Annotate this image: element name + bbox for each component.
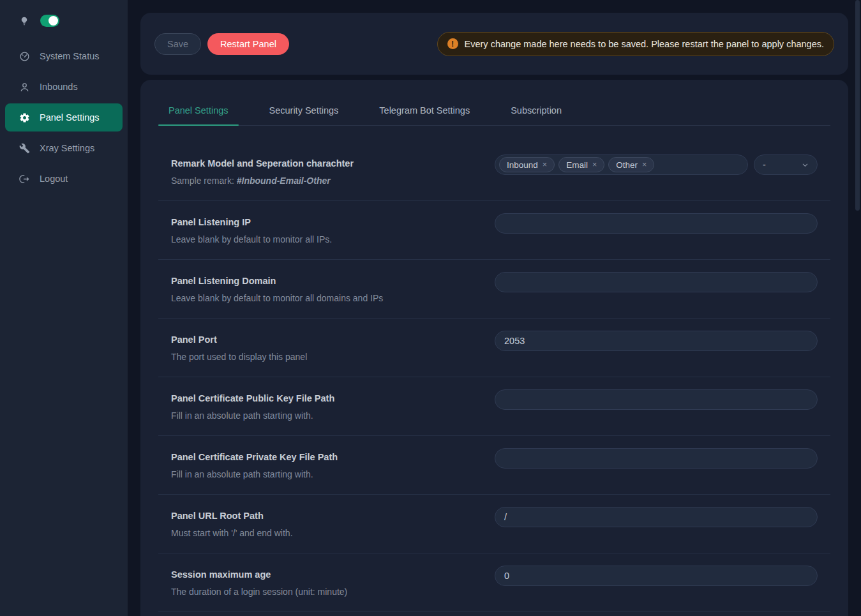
form-row-panel-listening-domain: Panel Listening Domain Leave blank by de…	[158, 260, 830, 319]
sample-remark-text: #Inbound-Email-Other	[237, 176, 331, 186]
row-control	[495, 566, 818, 586]
sidebar-item-label: Logout	[40, 174, 68, 184]
row-label: Panel Certificate Public Key File Path F…	[158, 391, 470, 422]
sidebar-item-system-status[interactable]: System Status	[0, 41, 128, 71]
save-warning-alert: ! Every change made here needs to be sav…	[437, 32, 834, 56]
tag-close-icon[interactable]: ×	[642, 161, 647, 169]
row-title: Panel URL Root Path	[171, 509, 470, 523]
tag-label: Other	[616, 160, 638, 170]
alert-text: Every change made here needs to be saved…	[465, 39, 824, 49]
save-button[interactable]: Save	[154, 33, 201, 55]
sidebar-item-label: Xray Settings	[40, 143, 94, 153]
row-label: Remark Model and Seperation charachter S…	[158, 156, 470, 187]
sidebar-item-logout[interactable]: Logout	[0, 163, 128, 194]
desc-prefix: Sample remark:	[171, 176, 237, 186]
panel-listening-domain-input[interactable]	[495, 272, 818, 292]
toolbar-buttons: Save Restart Panel	[154, 33, 289, 55]
form-row-session-max-age: Session maximum age The duration of a lo…	[158, 553, 830, 612]
form-row-cert-public-key: Panel Certificate Public Key File Path F…	[158, 377, 830, 436]
panel-listening-ip-input[interactable]	[495, 213, 818, 234]
row-description: Fill in an absolute path starting with.	[171, 468, 470, 481]
row-description: Fill in an absolute path starting with.	[171, 409, 470, 422]
tab-panel-settings[interactable]: Panel Settings	[158, 105, 239, 125]
tag-label: Inbound	[507, 160, 538, 170]
page-scrollbar[interactable]	[855, 0, 860, 211]
row-control: Inbound × Email × Other × -	[495, 154, 818, 175]
dashboard-icon	[19, 51, 30, 62]
form-row-url-root-path: Panel URL Root Path Must start with '/' …	[158, 495, 830, 553]
row-label: Panel Listening IP Leave blank by defaul…	[158, 215, 470, 246]
row-description: Leave blank by default to monitor all IP…	[171, 233, 470, 246]
row-title: Panel Certificate Private Key File Path	[171, 450, 470, 464]
form-row-panel-port: Panel Port The port used to display this…	[158, 319, 830, 377]
tag-close-icon[interactable]: ×	[592, 161, 597, 169]
wrench-icon	[19, 143, 30, 154]
gear-icon	[19, 112, 30, 123]
settings-form: Remark Model and Seperation charachter S…	[158, 142, 830, 616]
row-description: Leave blank by default to monitor all do…	[171, 292, 470, 304]
panel-port-input[interactable]	[495, 331, 818, 351]
sidebar-item-inbounds[interactable]: Inbounds	[0, 71, 128, 102]
sidebar-item-label: Inbounds	[40, 82, 78, 92]
row-label: Panel URL Root Path Must start with '/' …	[158, 509, 470, 539]
settings-tabs: Panel Settings Security Settings Telegra…	[158, 105, 830, 126]
sidebar-item-label: System Status	[40, 51, 99, 61]
tag-label: Email	[566, 160, 588, 170]
row-description: Sample remark: #Inbound-Email-Other	[171, 174, 470, 187]
row-control	[495, 272, 818, 292]
form-row-remark-model: Remark Model and Seperation charachter S…	[158, 142, 830, 201]
row-label: Panel Listening Domain Leave blank by de…	[158, 274, 470, 304]
tab-subscription[interactable]: Subscription	[500, 105, 572, 125]
row-control	[495, 213, 818, 234]
logout-icon	[19, 174, 30, 184]
row-title: Panel Listening IP	[171, 215, 470, 229]
row-label: Session maximum age The duration of a lo…	[158, 567, 470, 598]
settings-card: Panel Settings Security Settings Telegra…	[140, 80, 848, 616]
lightbulb-icon	[19, 16, 29, 26]
sidebar-item-label: Panel Settings	[40, 112, 100, 123]
sidebar-item-panel-settings[interactable]: Panel Settings	[5, 103, 123, 131]
chevron-down-icon	[802, 162, 809, 169]
row-description: The port used to display this panel	[171, 350, 470, 363]
row-title: Session maximum age	[171, 567, 470, 582]
row-label: Panel Port The port used to display this…	[158, 333, 470, 363]
toolbar-card: Save Restart Panel ! Every change made h…	[140, 13, 848, 75]
warning-icon: !	[447, 38, 458, 49]
session-max-age-input[interactable]	[495, 566, 818, 586]
separator-select[interactable]: -	[754, 154, 818, 175]
row-title: Panel Port	[171, 333, 470, 347]
tag-email: Email ×	[558, 157, 604, 172]
row-description: The duration of a login session (unit: m…	[171, 585, 470, 598]
tag-other: Other ×	[608, 157, 654, 172]
row-title: Panel Listening Domain	[171, 274, 470, 288]
row-control	[495, 507, 818, 527]
main-content: Save Restart Panel ! Every change made h…	[128, 0, 861, 616]
row-control	[495, 448, 818, 469]
form-row-panel-listening-ip: Panel Listening IP Leave blank by defaul…	[158, 201, 830, 260]
restart-panel-button[interactable]: Restart Panel	[207, 33, 289, 55]
sidebar-item-xray-settings[interactable]: Xray Settings	[0, 133, 128, 163]
user-icon	[19, 82, 30, 93]
form-row-cert-private-key: Panel Certificate Private Key File Path …	[158, 436, 830, 495]
url-root-path-input[interactable]	[495, 507, 818, 527]
tag-close-icon[interactable]: ×	[543, 161, 547, 169]
remark-model-tags-input[interactable]: Inbound × Email × Other ×	[495, 154, 748, 175]
row-title: Remark Model and Seperation charachter	[171, 156, 470, 170]
dark-mode-toggle[interactable]	[40, 15, 59, 27]
tab-telegram-bot-settings[interactable]: Telegram Bot Settings	[369, 105, 480, 125]
theme-toggle-row	[0, 0, 128, 36]
row-description: Must start with '/' and end with.	[171, 527, 470, 539]
cert-public-key-path-input[interactable]	[495, 389, 818, 410]
sidebar: System Status Inbounds Panel Settings	[0, 0, 128, 616]
sidebar-nav: System Status Inbounds Panel Settings	[0, 41, 128, 194]
tab-security-settings[interactable]: Security Settings	[259, 105, 349, 125]
cert-private-key-path-input[interactable]	[495, 448, 818, 469]
row-title: Panel Certificate Public Key File Path	[171, 391, 470, 405]
row-label: Panel Certificate Private Key File Path …	[158, 450, 470, 481]
row-control	[495, 331, 818, 351]
toggle-knob	[49, 16, 58, 26]
row-control	[495, 389, 818, 410]
tag-inbound: Inbound ×	[499, 157, 555, 172]
select-value: -	[763, 160, 766, 170]
form-row-partial	[158, 612, 830, 616]
